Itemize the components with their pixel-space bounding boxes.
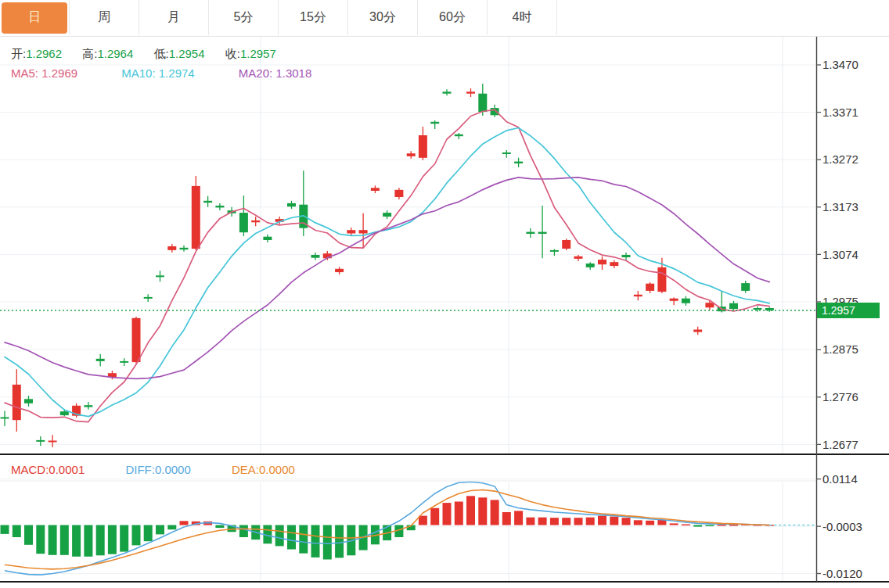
ma5-legend: MA5: 1.2969 <box>11 66 98 80</box>
ma10-value: 1.2974 <box>159 66 195 80</box>
macd-tick-label: 0.0114 <box>822 472 858 486</box>
tab-week[interactable]: 周 <box>70 0 139 35</box>
tab-5min-label: 5分 <box>211 2 276 34</box>
macd-tick-label: -0.0003 <box>822 520 862 533</box>
tab-30min[interactable]: 30分 <box>348 0 418 35</box>
candlestick-chart-canvas[interactable] <box>0 0 889 588</box>
ma-legend-row: MA5: 1.2969 MA10: 1.2974 MA20: 1.3018 <box>11 66 352 80</box>
high-label: 高: <box>82 47 97 60</box>
ohlc-info-row: 开:1.2962 高:1.2964 低:1.2954 收:1.2957 <box>11 47 293 62</box>
tab-5min[interactable]: 5分 <box>209 0 279 35</box>
tab-day-label: 日 <box>2 2 67 34</box>
ma20-value: 1.3018 <box>275 66 311 80</box>
high-value: 1.2964 <box>97 47 133 60</box>
dea-legend: DEA:0.0000 <box>232 463 314 476</box>
price-tick-label: 1.3371 <box>822 106 858 119</box>
ma20-legend: MA20: 1.3018 <box>239 66 332 80</box>
price-tick-label: 1.3470 <box>822 58 858 71</box>
ma10-legend: MA10: 1.2974 <box>121 66 214 80</box>
tab-month[interactable]: 月 <box>139 0 209 35</box>
tab-4hour[interactable]: 4时 <box>488 0 557 35</box>
macd-value: 0.0001 <box>49 463 85 476</box>
chart-svg[interactable] <box>0 0 889 588</box>
price-tick-label: 1.2875 <box>822 342 858 356</box>
macd-tick-label: -0.0120 <box>822 567 862 580</box>
macd-legend-row: MACD:0.0001 DIFF:0.0000 DEA:0.0000 <box>11 463 333 476</box>
timeframe-tabbar: 日 周 月 5分 15分 30分 60分 4时 <box>0 0 889 37</box>
close-value: 1.2957 <box>240 47 276 60</box>
price-tick-label: 1.2776 <box>822 390 858 403</box>
price-tick-label: 1.3272 <box>822 152 858 166</box>
close-label: 收: <box>225 47 240 60</box>
ma5-value: 1.2969 <box>41 66 77 80</box>
tab-4hour-label: 4时 <box>489 2 555 34</box>
tab-week-label: 周 <box>71 2 137 34</box>
tab-day[interactable]: 日 <box>0 0 70 35</box>
trading-chart-window: 日 周 月 5分 15分 30分 60分 4时 开:1.2962 高:1.296… <box>0 0 889 588</box>
low-label: 低: <box>153 47 168 60</box>
price-tick-label: 1.2677 <box>822 438 858 451</box>
tab-month-label: 月 <box>141 2 207 34</box>
diff-value: 0.0000 <box>155 463 191 476</box>
tab-15min[interactable]: 15分 <box>279 0 348 35</box>
macd-legend: MACD:0.0001 <box>11 463 103 476</box>
price-tick-label: 1.3173 <box>822 200 858 213</box>
tab-60min-label: 60分 <box>419 2 485 34</box>
low-value: 1.2954 <box>169 47 205 60</box>
tab-30min-label: 30分 <box>350 2 416 34</box>
dea-value: 0.0000 <box>259 463 295 476</box>
tab-15min-label: 15分 <box>280 2 346 34</box>
open-value: 1.2962 <box>26 47 62 60</box>
current-price-badge: 1.2957 <box>817 303 880 318</box>
open-label: 开: <box>11 47 26 60</box>
tab-60min[interactable]: 60分 <box>418 0 488 35</box>
price-tick-label: 1.3074 <box>822 248 858 261</box>
diff-legend: DIFF:0.0000 <box>125 463 209 476</box>
